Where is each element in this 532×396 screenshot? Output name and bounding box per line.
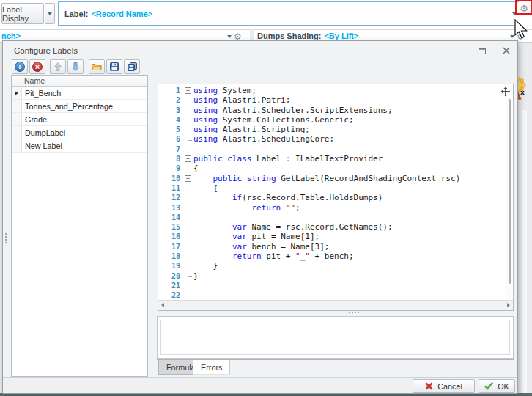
chevron-down-icon[interactable] — [510, 35, 514, 38]
code-text: } — [193, 261, 218, 271]
list-header-name[interactable]: Name — [12, 76, 147, 87]
label-name-cell: Grade — [22, 113, 147, 125]
fold-margin — [185, 106, 193, 115]
dialog-title: Configure Labels — [14, 46, 78, 55]
left-splitter-handle[interactable] — [4, 233, 7, 243]
code-line: 15 var Name = rsc.Record.GetNames(); — [158, 222, 506, 232]
fold-margin — [185, 222, 193, 232]
line-number: 10 — [158, 174, 185, 183]
add-label-button[interactable]: + — [12, 59, 28, 74]
fold-margin — [185, 95, 193, 105]
open-button[interactable] — [89, 59, 105, 74]
fold-margin — [185, 203, 193, 213]
folder-icon — [92, 63, 102, 71]
line-number: 5 — [158, 125, 185, 134]
fold-margin — [185, 164, 193, 173]
code-text: } — [193, 271, 199, 281]
errors-output-panel — [157, 316, 514, 359]
line-number: 7 — [158, 144, 185, 154]
line-number: 2 — [158, 95, 185, 105]
line-number: 4 — [158, 115, 185, 125]
line-number: 21 — [158, 281, 185, 290]
horizontal-scrollbar[interactable] — [158, 300, 513, 310]
line-number: 6 — [158, 134, 185, 144]
tab-errors[interactable]: Errors — [193, 360, 230, 375]
labels-list: Name Pit_BenchTonnes_and_PercentageGrade… — [11, 75, 148, 377]
move-down-button[interactable] — [67, 59, 84, 74]
code-text: using Alastri.Scheduler.ScriptExtensions… — [193, 106, 393, 115]
fold-margin — [185, 183, 193, 193]
floppy-copy-icon — [128, 62, 137, 71]
code-text: using System.Collections.Generic; — [193, 115, 354, 125]
svg-text:x: x — [520, 89, 525, 96]
label-settings-gear-button[interactable]: ⚙ — [517, 1, 531, 15]
fold-margin[interactable]: − — [185, 86, 193, 95]
fold-margin — [185, 115, 193, 125]
arrow-down-icon — [72, 62, 79, 71]
fold-margin — [185, 213, 193, 222]
line-number: 17 — [158, 242, 185, 252]
label-display-dropdown-button[interactable] — [45, 3, 55, 24]
line-number: 11 — [158, 183, 185, 193]
code-text: var bench = Name[3]; — [193, 242, 329, 252]
line-number: 9 — [158, 164, 185, 173]
code-text: var Name = rsc.Record.GetNames(); — [193, 222, 393, 232]
scroll-right-arrow[interactable] — [507, 303, 510, 307]
scroll-left-arrow[interactable] — [161, 303, 164, 307]
list-item[interactable]: Pit_Bench — [12, 87, 147, 100]
chevron-down-icon[interactable] — [227, 35, 232, 38]
code-text: { — [193, 183, 218, 193]
code-line: 5using Alastri.Scripting; — [158, 125, 506, 134]
row-selector — [12, 87, 22, 99]
code-editor[interactable]: 1−using System;2using Alastri.Patri;3usi… — [158, 84, 514, 311]
close-dialog-button[interactable] — [501, 46, 511, 55]
row-selector — [12, 126, 22, 139]
move-up-button[interactable] — [50, 59, 66, 74]
list-item[interactable]: Tonnes_and_Percentage — [12, 100, 147, 113]
fold-margin — [185, 193, 193, 202]
save-copy-button[interactable] — [124, 59, 140, 74]
code-text: return ""; — [193, 203, 300, 213]
vertical-scrollbar[interactable] — [506, 98, 512, 298]
app-background-panel — [522, 110, 527, 393]
code-line: 9{ — [158, 164, 506, 173]
code-text: using Alastri.Scripting; — [193, 125, 310, 134]
line-number: 12 — [158, 193, 185, 202]
code-line: 11 { — [158, 183, 506, 193]
code-text: { — [193, 164, 199, 173]
line-number: 20 — [158, 271, 185, 281]
scrollbar-thumb[interactable] — [509, 99, 511, 284]
code-line: 19 } — [158, 261, 506, 271]
list-item[interactable]: Grade — [12, 113, 147, 126]
pan-icon[interactable] — [500, 87, 511, 97]
restore-window-button[interactable] — [477, 46, 487, 55]
save-button[interactable] — [106, 59, 122, 74]
code-lines: 1−using System;2using Alastri.Patri;3usi… — [158, 86, 506, 299]
code-text: public class Label : ILabelTextProvider — [193, 154, 383, 164]
list-item[interactable]: New Label — [12, 139, 147, 153]
fold-collapse-icon: − — [185, 87, 191, 94]
floppy-icon — [110, 62, 119, 71]
delete-label-button[interactable]: × — [29, 59, 45, 74]
cancel-button[interactable]: Cancel — [413, 379, 475, 393]
code-line: 4using System.Collections.Generic; — [158, 115, 506, 125]
ok-button[interactable]: OK — [479, 379, 515, 393]
fold-margin[interactable]: − — [185, 174, 193, 183]
fold-margin — [185, 281, 193, 290]
code-line: 12 if(rsc.Record.Table.HoldsDumps) — [158, 193, 506, 202]
fold-margin[interactable]: − — [185, 154, 193, 164]
dumps-shading-value: <By Lift> — [321, 32, 358, 40]
code-text: using Alastri.SchedulingCore; — [193, 134, 334, 144]
code-line: 13 return ""; — [158, 203, 506, 213]
close-icon — [503, 47, 510, 54]
fold-margin — [185, 144, 193, 154]
label-display-button[interactable]: Label Display — [1, 3, 44, 24]
errors-output-box[interactable] — [160, 320, 510, 355]
editor-output-splitter[interactable] — [349, 312, 359, 313]
line-number: 18 — [158, 252, 185, 261]
code-line: 22 — [158, 290, 506, 299]
list-item[interactable]: DumpLabel — [12, 126, 147, 139]
fold-margin — [185, 242, 193, 252]
list-rows: Pit_BenchTonnes_and_PercentageGradeDumpL… — [12, 87, 147, 153]
label-combo[interactable]: Label: <Record Name> — [58, 1, 519, 26]
